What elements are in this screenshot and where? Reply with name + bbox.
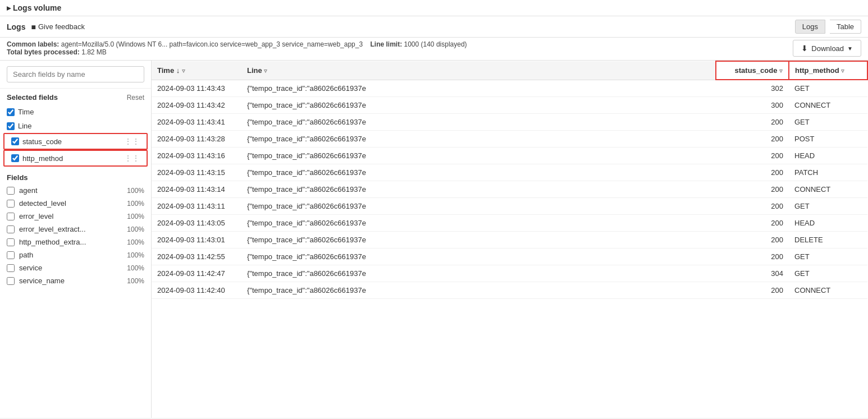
cell-time: 2024-09-03 11:42:47 bbox=[152, 265, 241, 282]
cell-status_code: 200 bbox=[716, 215, 789, 232]
col-header-http_method[interactable]: http_method ▿ bbox=[789, 61, 867, 80]
tab-table[interactable]: Table bbox=[830, 20, 861, 34]
available-field-checkbox[interactable] bbox=[7, 251, 15, 259]
available-field-pct: 100% bbox=[127, 264, 144, 272]
available-field-name: http_method_extra... bbox=[19, 238, 122, 246]
logs-volume-toggle[interactable]: ▸ Logs volume bbox=[7, 3, 61, 12]
table-row[interactable]: 2024-09-03 11:42:55{"tempo_trace_id":"a8… bbox=[152, 248, 867, 265]
table-row[interactable]: 2024-09-03 11:42:47{"tempo_trace_id":"a8… bbox=[152, 265, 867, 282]
logs-label: Logs bbox=[7, 22, 25, 31]
available-field-pct: 100% bbox=[127, 225, 144, 233]
available-field-checkbox[interactable] bbox=[7, 277, 15, 285]
fields-section: Fields agent100%detected_level100%error_… bbox=[0, 167, 151, 287]
cell-line: {"tempo_trace_id":"a86026c661937e bbox=[241, 131, 716, 148]
sort-desc-icon: ↓ bbox=[176, 66, 180, 75]
total-bytes-value: 1.82 MB bbox=[81, 48, 107, 56]
available-field-pct: 100% bbox=[127, 187, 144, 195]
cell-line: {"tempo_trace_id":"a86026c661937e bbox=[241, 248, 716, 265]
table-body: 2024-09-03 11:43:43{"tempo_trace_id":"a8… bbox=[152, 80, 867, 299]
available-field-pct: 100% bbox=[127, 200, 144, 208]
table-row[interactable]: 2024-09-03 11:43:42{"tempo_trace_id":"a8… bbox=[152, 97, 867, 114]
cell-time: 2024-09-03 11:43:01 bbox=[152, 232, 241, 248]
cell-http_method: GET bbox=[789, 265, 867, 282]
available-field-item: error_level_extract...100% bbox=[0, 223, 151, 236]
cell-status_code: 200 bbox=[716, 232, 789, 248]
field-checkbox-http_method[interactable] bbox=[11, 154, 19, 162]
cell-line: {"tempo_trace_id":"a86026c661937e bbox=[241, 148, 716, 164]
available-field-checkbox[interactable] bbox=[7, 187, 15, 195]
table-row[interactable]: 2024-09-03 11:43:28{"tempo_trace_id":"a8… bbox=[152, 131, 867, 148]
available-field-name: detected_level bbox=[19, 199, 122, 208]
cell-line: {"tempo_trace_id":"a86026c661937e bbox=[241, 114, 716, 131]
table-row[interactable]: 2024-09-03 11:43:15{"tempo_trace_id":"a8… bbox=[152, 164, 867, 181]
cell-line: {"tempo_trace_id":"a86026c661937e bbox=[241, 282, 716, 299]
available-field-pct: 100% bbox=[127, 238, 144, 246]
cell-time: 2024-09-03 11:43:16 bbox=[152, 148, 241, 164]
available-field-checkbox[interactable] bbox=[7, 213, 15, 220]
selected-field-item: Time bbox=[0, 105, 151, 119]
feedback-label: Give feedback bbox=[38, 22, 85, 31]
cell-http_method: DELETE bbox=[789, 232, 867, 248]
available-field-name: service_name bbox=[19, 277, 122, 285]
download-label: Download bbox=[811, 44, 844, 53]
sidebar: Selected fields Reset TimeLinestatus_cod… bbox=[0, 61, 152, 418]
filter-icon[interactable]: ▿ bbox=[264, 67, 267, 74]
cell-http_method: CONNECT bbox=[789, 181, 867, 198]
field-checkbox-Line[interactable] bbox=[7, 122, 15, 130]
filter-icon[interactable]: ▿ bbox=[182, 67, 185, 74]
filter-icon[interactable]: ▿ bbox=[779, 67, 783, 74]
cell-line: {"tempo_trace_id":"a86026c661937e bbox=[241, 232, 716, 248]
available-field-checkbox[interactable] bbox=[7, 264, 15, 272]
available-field-checkbox[interactable] bbox=[7, 238, 15, 246]
table-row[interactable]: 2024-09-03 11:43:41{"tempo_trace_id":"a8… bbox=[152, 114, 867, 131]
available-field-checkbox[interactable] bbox=[7, 225, 15, 233]
search-box-wrap bbox=[0, 61, 151, 89]
download-button[interactable]: ⬇ Download ▼ bbox=[793, 40, 861, 57]
table-row[interactable]: 2024-09-03 11:43:43{"tempo_trace_id":"a8… bbox=[152, 80, 867, 97]
reset-button[interactable]: Reset bbox=[127, 94, 144, 102]
cell-http_method: PATCH bbox=[789, 164, 867, 181]
cell-http_method: HEAD bbox=[789, 215, 867, 232]
cell-line: {"tempo_trace_id":"a86026c661937e bbox=[241, 80, 716, 97]
give-feedback-button[interactable]: ■ Give feedback bbox=[31, 22, 85, 31]
info-left: Common labels: agent=Mozilla/5.0 (Window… bbox=[7, 40, 467, 56]
selected-field-item: Line bbox=[0, 119, 151, 133]
col-header-time[interactable]: Time ↓ ▿ bbox=[152, 61, 241, 80]
field-label: http_method bbox=[22, 154, 121, 163]
table-row[interactable]: 2024-09-03 11:43:05{"tempo_trace_id":"a8… bbox=[152, 215, 867, 232]
cell-http_method: GET bbox=[789, 248, 867, 265]
field-checkbox-status_code[interactable] bbox=[11, 137, 19, 145]
field-checkbox-Time[interactable] bbox=[7, 108, 15, 116]
logs-volume-bar: ▸ Logs volume bbox=[0, 0, 868, 16]
table-row[interactable]: 2024-09-03 11:43:16{"tempo_trace_id":"a8… bbox=[152, 148, 867, 164]
cell-line: {"tempo_trace_id":"a86026c661937e bbox=[241, 198, 716, 215]
table-row[interactable]: 2024-09-03 11:43:14{"tempo_trace_id":"a8… bbox=[152, 181, 867, 198]
search-input[interactable] bbox=[7, 66, 144, 82]
cell-status_code: 200 bbox=[716, 114, 789, 131]
cell-line: {"tempo_trace_id":"a86026c661937e bbox=[241, 181, 716, 198]
feedback-icon: ■ bbox=[31, 22, 35, 31]
cell-time: 2024-09-03 11:43:11 bbox=[152, 198, 241, 215]
line-limit-label: Line limit: bbox=[370, 40, 402, 48]
cell-time: 2024-09-03 11:43:14 bbox=[152, 181, 241, 198]
table-row[interactable]: 2024-09-03 11:43:11{"tempo_trace_id":"a8… bbox=[152, 198, 867, 215]
cell-http_method: POST bbox=[789, 131, 867, 148]
cell-status_code: 200 bbox=[716, 148, 789, 164]
cell-status_code: 200 bbox=[716, 198, 789, 215]
tab-logs[interactable]: Logs bbox=[795, 20, 825, 34]
available-field-checkbox[interactable] bbox=[7, 200, 15, 208]
info-right: ⬇ Download ▼ bbox=[793, 40, 861, 57]
selected-fields-header: Selected fields Reset bbox=[0, 89, 151, 105]
filter-icon[interactable]: ▿ bbox=[841, 67, 844, 74]
common-labels-row: Common labels: agent=Mozilla/5.0 (Window… bbox=[7, 40, 467, 48]
drag-handle-icon[interactable]: ⋮⋮ bbox=[124, 154, 140, 163]
drag-handle-icon[interactable]: ⋮⋮ bbox=[124, 137, 140, 146]
available-field-item: path100% bbox=[0, 248, 151, 261]
line-limit-value: 1000 (140 displayed) bbox=[404, 40, 467, 48]
col-header-status_code[interactable]: status_code ▿ bbox=[716, 61, 789, 80]
table-row[interactable]: 2024-09-03 11:43:01{"tempo_trace_id":"a8… bbox=[152, 232, 867, 248]
field-label: Line bbox=[18, 122, 144, 130]
col-header-line[interactable]: Line ▿ bbox=[241, 61, 716, 80]
table-row[interactable]: 2024-09-03 11:42:40{"tempo_trace_id":"a8… bbox=[152, 282, 867, 299]
selected-fields-title: Selected fields bbox=[7, 93, 58, 102]
